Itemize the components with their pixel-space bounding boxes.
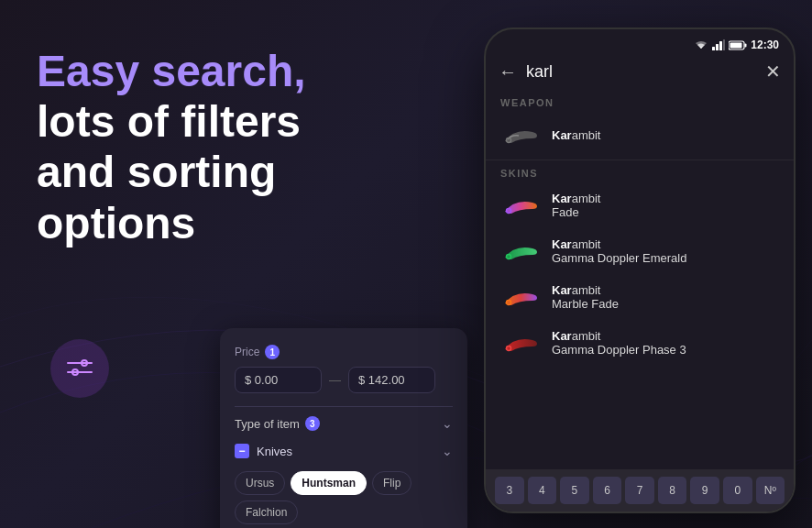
headline-line4: options	[37, 199, 195, 248]
key-4[interactable]: 4	[528, 477, 557, 504]
skin-item-gamma[interactable]: Karambit Gamma Doppler Emerald	[486, 228, 794, 274]
section-divider	[486, 160, 794, 160]
svg-rect-9	[730, 42, 742, 48]
knives-row: − Knives ⌄	[235, 440, 453, 462]
price-min-input[interactable]: $ 0.00	[235, 367, 322, 393]
skin-sub-phase3: Gamma Doppler Phase 3	[552, 343, 779, 357]
price-label: Price 1	[235, 345, 453, 359]
skin-name-gamma: Karambit	[552, 237, 779, 251]
tag-ursus[interactable]: Ursus	[235, 471, 285, 495]
search-bar: ← karl ✕	[486, 57, 794, 92]
headline-line2: lots of filters	[37, 97, 301, 146]
skins-section-label: SKINS	[486, 162, 794, 182]
type-label: Type of item 3	[235, 416, 320, 431]
key-5[interactable]: 5	[560, 477, 589, 504]
weapon-item[interactable]: Karambit	[486, 112, 794, 158]
left-panel: Easy search, lots of filters and sorting…	[37, 46, 422, 248]
svg-rect-10	[745, 43, 747, 47]
status-bar: 12:30	[486, 29, 794, 57]
karambit-weapon-icon	[500, 121, 541, 148]
phone-mockup: 12:30 ← karl ✕ WEAPON Karambit SKINS	[484, 28, 796, 513]
svg-rect-6	[719, 41, 722, 50]
weapon-name-highlight: Kar	[552, 128, 572, 142]
svg-rect-5	[716, 44, 719, 50]
price-max-input[interactable]: $ 142.00	[348, 367, 435, 393]
price-badge: 1	[265, 345, 280, 359]
skin-thumb-phase3	[500, 327, 541, 358]
weapon-item-info: Karambit	[552, 128, 779, 142]
wifi-icon	[694, 39, 708, 50]
skin-sub-gamma: Gamma Doppler Emerald	[552, 251, 779, 265]
keyboard-bar: 3 4 5 6 7 8 9 0 Nº	[486, 469, 794, 512]
skin-thumb-gamma	[500, 236, 541, 267]
headline: Easy search, lots of filters and sorting…	[37, 46, 422, 248]
key-9[interactable]: 9	[690, 477, 719, 504]
knives-label-wrap: − Knives	[235, 444, 292, 458]
chevron-up-icon: ⌄	[442, 416, 453, 431]
karambit-phase3-icon	[500, 329, 541, 357]
skin-item-fade-info: Karambit Fade	[552, 192, 779, 219]
knives-text: Knives	[257, 445, 292, 458]
skin-item-phase3[interactable]: Karambit Gamma Doppler Phase 3	[486, 320, 794, 366]
skin-item-phase3-info: Karambit Gamma Doppler Phase 3	[552, 329, 779, 357]
skin-item-gamma-info: Karambit Gamma Doppler Emerald	[552, 237, 779, 265]
skin-name-phase3: Karambit	[552, 329, 779, 343]
tag-row: Ursus Huntsman Flip Falchion	[235, 471, 453, 524]
weapon-name-rest: ambit	[572, 128, 601, 142]
skin-item-marble-info: Karambit Marble Fade	[552, 283, 779, 311]
weapon-section-label: WEAPON	[486, 92, 794, 112]
tag-flip[interactable]: Flip	[372, 471, 411, 495]
skin-item-marble[interactable]: Karambit Marble Fade	[486, 274, 794, 320]
skin-sub-marble: Marble Fade	[552, 297, 779, 311]
key-3[interactable]: 3	[495, 477, 524, 504]
headline-accent: Easy search,	[37, 47, 306, 95]
type-row[interactable]: Type of item 3 ⌄	[235, 416, 453, 431]
key-8[interactable]: 8	[658, 477, 687, 504]
price-inputs: $ 0.00 — $ 142.00	[235, 367, 453, 393]
karambit-fade-icon	[500, 192, 541, 219]
filter-card: Price 1 $ 0.00 — $ 142.00 Type of item 3…	[220, 328, 467, 528]
key-6[interactable]: 6	[593, 477, 622, 504]
minus-icon[interactable]: −	[235, 444, 249, 458]
svg-rect-7	[723, 39, 725, 50]
filter-icon	[64, 356, 95, 381]
price-dash: —	[329, 373, 341, 387]
back-button[interactable]: ←	[499, 61, 517, 82]
type-badge: 3	[305, 416, 320, 431]
skin-sub-fade: Fade	[552, 205, 779, 219]
karambit-gamma-icon	[500, 237, 541, 265]
status-time: 12:30	[751, 38, 779, 51]
clear-search-button[interactable]: ✕	[765, 60, 781, 82]
skin-name-marble: Karambit	[552, 283, 779, 297]
svg-rect-4	[712, 47, 715, 50]
battery-icon	[729, 40, 747, 50]
tag-falchion[interactable]: Falchion	[235, 500, 298, 524]
key-0[interactable]: 0	[723, 477, 752, 504]
tag-huntsman[interactable]: Huntsman	[291, 471, 367, 495]
divider	[235, 406, 453, 407]
skin-name-fade: Karambit	[552, 192, 779, 205]
signal-icon	[712, 39, 725, 50]
skin-thumb-marble	[500, 281, 541, 313]
status-icons: 12:30	[694, 38, 779, 51]
karambit-marble-icon	[500, 283, 541, 311]
price-section: Price 1 $ 0.00 — $ 142.00	[235, 345, 453, 393]
headline-line3: and sorting	[37, 148, 276, 196]
weapon-item-name: Karambit	[552, 128, 779, 142]
search-normal-text: karl	[526, 62, 553, 81]
knives-chevron-icon: ⌄	[442, 444, 453, 458]
key-num[interactable]: Nº	[756, 477, 785, 504]
skin-thumb-fade	[500, 190, 541, 221]
key-7[interactable]: 7	[625, 477, 654, 504]
filter-icon-circle[interactable]	[50, 339, 109, 398]
skin-item-fade[interactable]: Karambit Fade	[486, 182, 794, 228]
search-input-display[interactable]: karl	[526, 62, 756, 82]
weapon-thumb	[500, 119, 541, 150]
